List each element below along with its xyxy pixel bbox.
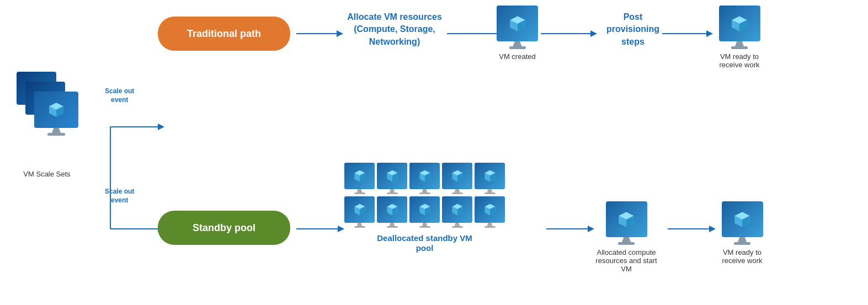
deallocated-pool-label: Deallocated standby VMpool: [377, 233, 472, 253]
vm-stack: [17, 72, 77, 143]
scale-out-event-bottom: Scale outevent: [105, 188, 134, 205]
pool-grid: [344, 163, 505, 228]
pool-vm-9: [442, 196, 472, 228]
pool-vm-3: [409, 163, 440, 194]
post-provisioning-text: Postprovisioningsteps: [597, 11, 669, 48]
vm-monitor-front: [34, 92, 78, 136]
vm-scale-sets-group: VM Scale Sets: [17, 72, 77, 178]
pool-grid-group: Deallocated standby VMpool: [344, 163, 505, 253]
standby-pool-label: Standby pool: [158, 211, 290, 245]
pool-vm-1: [344, 163, 375, 194]
vm-scale-sets-label: VM Scale Sets: [23, 170, 70, 178]
vm-ready-top-group: VM ready to receive work: [712, 6, 767, 69]
diagram-container: VM Scale Sets Scale outevent Scale outev…: [0, 0, 868, 305]
vm-ready-top-label: VM ready to receive work: [712, 52, 767, 69]
allocated-compute-label: Allocated compute resources and start VM: [593, 248, 659, 273]
svg-marker-12: [338, 226, 344, 232]
pool-vm-4: [442, 163, 472, 194]
pool-vm-7: [377, 196, 407, 228]
vm-ready-bottom-label: VM ready to receive work: [715, 248, 770, 265]
pool-vm-6: [344, 196, 375, 228]
pool-vm-8: [409, 196, 440, 228]
pool-vm-10: [475, 196, 505, 228]
pool-vm-2: [377, 163, 407, 194]
traditional-path-label: Traditional path: [158, 17, 290, 51]
vm-created-group: VM created: [497, 6, 538, 61]
standby-pool-pill: Standby pool: [158, 211, 290, 245]
allocate-vm-text: Allocate VM resources(Compute, Storage,N…: [342, 11, 447, 48]
vm-created-label: VM created: [499, 52, 535, 61]
traditional-path-pill: Traditional path: [158, 17, 290, 51]
allocated-compute-group: Allocated compute resources and start VM: [593, 201, 659, 273]
vm-ready-bottom-group: VM ready to receive work: [715, 201, 770, 265]
svg-marker-8: [590, 30, 597, 37]
svg-marker-17: [158, 124, 164, 130]
scale-out-event-top: Scale outevent: [105, 87, 134, 104]
pool-vm-5: [475, 163, 505, 194]
